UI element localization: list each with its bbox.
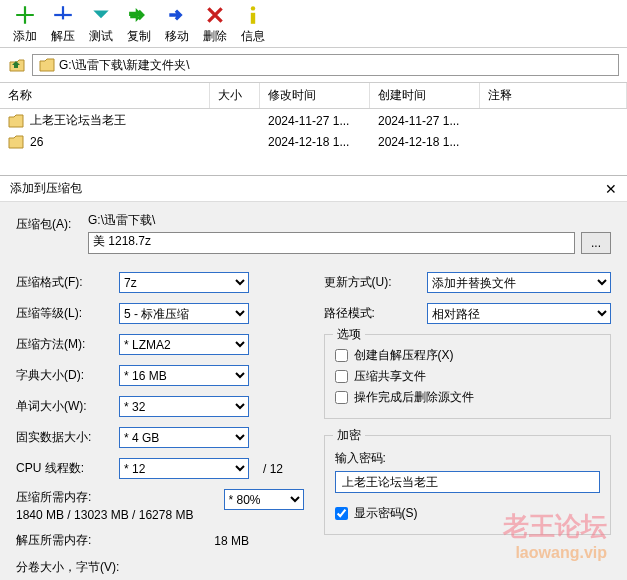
format-label: 压缩格式(F): (16, 274, 111, 291)
move-icon (166, 4, 188, 26)
memc-select[interactable]: * 80% (224, 489, 304, 510)
col-header-size[interactable]: 大小 (210, 83, 260, 108)
password-input[interactable] (335, 471, 601, 493)
right-column: 更新方式(U): 添加并替换文件 路径模式: 相对路径 选项 创建自解压程序(X… (324, 272, 612, 580)
encrypt-group: 加密 输入密码: 显示密码(S) (324, 435, 612, 535)
volume-label: 分卷大小，字节(V): (16, 559, 119, 576)
memd-value: 18 MB (119, 534, 249, 548)
path-bar: G:\迅雷下载\新建文件夹\ (0, 48, 627, 83)
left-column: 压缩格式(F): 7z 压缩等级(L): 5 - 标准压缩 压缩方法(M): *… (16, 272, 304, 580)
memc-info: 1840 MB / 13023 MB / 16278 MB (16, 508, 193, 522)
cpu-select[interactable]: * 12 (119, 458, 249, 479)
main-toolbar: 添加解压测试复制移动删除信息 (0, 0, 627, 48)
delete-label: 操作完成后删除源文件 (354, 389, 474, 406)
memd-label: 解压所需内存: (16, 532, 111, 549)
options-group: 选项 创建自解压程序(X) 压缩共享文件 操作完成后删除源文件 (324, 334, 612, 419)
info-icon (242, 4, 264, 26)
showpw-label: 显示密码(S) (354, 505, 418, 522)
dialog-title: 添加到压缩包 (10, 180, 82, 197)
memc-label: 压缩所需内存: (16, 489, 193, 506)
showpw-checkbox[interactable] (335, 507, 348, 520)
delete-icon (204, 4, 226, 26)
move-button[interactable]: 移动 (158, 4, 196, 45)
options-label: 选项 (333, 326, 365, 343)
close-icon[interactable]: ✕ (605, 181, 617, 197)
extract-button[interactable]: 解压 (44, 4, 82, 45)
sfx-checkbox[interactable] (335, 349, 348, 362)
encrypt-label: 加密 (333, 427, 365, 444)
path-text: G:\迅雷下载\新建文件夹\ (59, 57, 190, 74)
folder-icon (39, 58, 55, 72)
method-label: 压缩方法(M): (16, 336, 111, 353)
table-row[interactable]: 262024-12-18 1...2024-12-18 1... (0, 132, 627, 152)
copy-button[interactable]: 复制 (120, 4, 158, 45)
extract-icon (52, 4, 74, 26)
col-header-created[interactable]: 创建时间 (370, 83, 480, 108)
archive-path: G:\迅雷下载\ (88, 212, 611, 229)
share-label: 压缩共享文件 (354, 368, 426, 385)
up-folder-icon[interactable] (8, 56, 26, 74)
share-checkbox[interactable] (335, 370, 348, 383)
method-select[interactable]: * LZMA2 (119, 334, 249, 355)
word-label: 单词大小(W): (16, 398, 111, 415)
add-button[interactable]: 添加 (6, 4, 44, 45)
svg-rect-1 (54, 14, 72, 16)
file-list-header: 名称 大小 修改时间 创建时间 注释 (0, 83, 627, 109)
add-icon (14, 4, 36, 26)
archive-label: 压缩包(A): (16, 212, 76, 233)
cpu-suffix: / 12 (263, 462, 283, 476)
browse-button[interactable]: ... (581, 232, 611, 254)
dict-select[interactable]: * 16 MB (119, 365, 249, 386)
format-select[interactable]: 7z (119, 272, 249, 293)
pathmode-label: 路径模式: (324, 305, 419, 322)
dict-label: 字典大小(D): (16, 367, 111, 384)
archive-name-input[interactable]: 美 1218.7z (88, 232, 575, 254)
svg-point-2 (251, 6, 255, 10)
solid-label: 固实数据大小: (16, 429, 111, 446)
word-select[interactable]: * 32 (119, 396, 249, 417)
update-label: 更新方式(U): (324, 274, 419, 291)
col-header-name[interactable]: 名称 (0, 83, 210, 108)
password-label: 输入密码: (335, 450, 601, 467)
solid-select[interactable]: * 4 GB (119, 427, 249, 448)
add-to-archive-dialog: 添加到压缩包 ✕ 压缩包(A): G:\迅雷下载\ 美 1218.7z ... … (0, 175, 627, 580)
sfx-label: 创建自解压程序(X) (354, 347, 454, 364)
svg-rect-3 (251, 13, 255, 24)
test-icon (90, 4, 112, 26)
cpu-label: CPU 线程数: (16, 460, 111, 477)
info-button[interactable]: 信息 (234, 4, 272, 45)
svg-rect-0 (62, 6, 64, 19)
delete-checkbox[interactable] (335, 391, 348, 404)
level-label: 压缩等级(L): (16, 305, 111, 322)
col-header-comment[interactable]: 注释 (480, 83, 627, 108)
dialog-titlebar: 添加到压缩包 ✕ (0, 176, 627, 202)
path-input[interactable]: G:\迅雷下载\新建文件夹\ (32, 54, 619, 76)
update-select[interactable]: 添加并替换文件 (427, 272, 612, 293)
col-header-modified[interactable]: 修改时间 (260, 83, 370, 108)
delete-button[interactable]: 删除 (196, 4, 234, 45)
pathmode-select[interactable]: 相对路径 (427, 303, 612, 324)
copy-icon (128, 4, 150, 26)
folder-icon (8, 114, 24, 128)
test-button[interactable]: 测试 (82, 4, 120, 45)
level-select[interactable]: 5 - 标准压缩 (119, 303, 249, 324)
table-row[interactable]: 上老王论坛当老王2024-11-27 1...2024-11-27 1... (0, 109, 627, 132)
file-list: 名称 大小 修改时间 创建时间 注释 上老王论坛当老王2024-11-27 1.… (0, 83, 627, 152)
folder-icon (8, 135, 24, 149)
